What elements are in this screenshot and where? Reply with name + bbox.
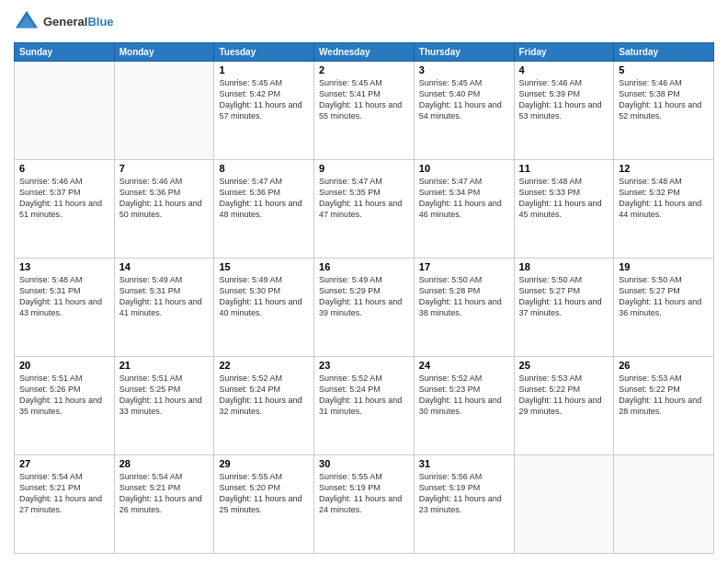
day-number: 14: [119, 261, 210, 272]
day-info: Sunrise: 5:51 AM: [19, 373, 109, 384]
day-info: Daylight: 11 hours and 37 minutes.: [519, 296, 609, 318]
day-header-tuesday: Tuesday: [214, 43, 314, 62]
calendar-cell: 31Sunrise: 5:56 AMSunset: 5:19 PMDayligh…: [414, 455, 514, 554]
day-info: Sunrise: 5:45 AM: [219, 77, 309, 88]
day-number: 1: [219, 64, 309, 75]
day-info: Daylight: 11 hours and 44 minutes.: [619, 198, 709, 220]
calendar-cell: 10Sunrise: 5:47 AMSunset: 5:34 PMDayligh…: [414, 160, 514, 259]
day-number: 18: [519, 261, 609, 272]
day-info: Daylight: 11 hours and 43 minutes.: [19, 296, 109, 318]
day-info: Sunset: 5:36 PM: [219, 187, 309, 198]
calendar-cell: 20Sunrise: 5:51 AMSunset: 5:26 PMDayligh…: [15, 357, 115, 455]
day-info: Daylight: 11 hours and 29 minutes.: [519, 395, 609, 417]
calendar-cell: 4Sunrise: 5:46 AMSunset: 5:39 PMDaylight…: [514, 62, 614, 160]
day-info: Sunrise: 5:49 AM: [119, 274, 210, 285]
calendar-cell: 8Sunrise: 5:47 AMSunset: 5:36 PMDaylight…: [214, 160, 314, 259]
day-info: Sunset: 5:26 PM: [19, 384, 109, 395]
day-info: Sunset: 5:42 PM: [219, 88, 309, 99]
day-number: 7: [119, 163, 210, 174]
day-info: Daylight: 11 hours and 26 minutes.: [119, 493, 210, 515]
calendar-week-2: 6Sunrise: 5:46 AMSunset: 5:37 PMDaylight…: [15, 160, 714, 259]
day-info: Daylight: 11 hours and 39 minutes.: [319, 296, 409, 318]
day-info: Sunset: 5:28 PM: [419, 285, 509, 296]
logo-icon: [14, 9, 40, 35]
calendar-cell: 17Sunrise: 5:50 AMSunset: 5:28 PMDayligh…: [414, 259, 514, 357]
calendar-cell: 19Sunrise: 5:50 AMSunset: 5:27 PMDayligh…: [614, 259, 714, 357]
day-info: Sunset: 5:24 PM: [319, 384, 409, 395]
calendar-cell: 23Sunrise: 5:52 AMSunset: 5:24 PMDayligh…: [314, 357, 415, 455]
day-info: Sunset: 5:35 PM: [319, 187, 409, 198]
day-number: 30: [319, 458, 409, 469]
calendar-cell: 29Sunrise: 5:55 AMSunset: 5:20 PMDayligh…: [214, 455, 314, 554]
day-info: Daylight: 11 hours and 53 minutes.: [519, 99, 609, 121]
day-number: 25: [519, 360, 609, 371]
day-number: 17: [419, 261, 509, 272]
day-number: 6: [19, 163, 109, 174]
day-info: Sunset: 5:19 PM: [419, 482, 509, 493]
calendar-header-row: SundayMondayTuesdayWednesdayThursdayFrid…: [15, 43, 714, 62]
day-number: 10: [419, 163, 509, 174]
day-number: 13: [19, 261, 109, 272]
day-info: Daylight: 11 hours and 57 minutes.: [219, 99, 309, 121]
day-info: Daylight: 11 hours and 23 minutes.: [419, 493, 509, 515]
calendar-cell: 1Sunrise: 5:45 AMSunset: 5:42 PMDaylight…: [214, 62, 314, 160]
day-number: 11: [519, 163, 609, 174]
calendar-cell: 24Sunrise: 5:52 AMSunset: 5:23 PMDayligh…: [414, 357, 514, 455]
day-number: 2: [319, 64, 409, 75]
day-info: Sunrise: 5:47 AM: [319, 176, 409, 187]
day-info: Sunrise: 5:45 AM: [319, 77, 409, 88]
day-info: Daylight: 11 hours and 41 minutes.: [119, 296, 210, 318]
day-info: Sunset: 5:36 PM: [119, 187, 210, 198]
day-number: 28: [119, 458, 210, 469]
calendar-cell: 21Sunrise: 5:51 AMSunset: 5:25 PMDayligh…: [114, 357, 214, 455]
day-info: Sunset: 5:20 PM: [219, 482, 309, 493]
day-number: 23: [319, 360, 409, 371]
day-info: Sunset: 5:27 PM: [619, 285, 709, 296]
day-info: Sunrise: 5:47 AM: [419, 176, 509, 187]
day-number: 19: [619, 261, 709, 272]
day-number: 29: [219, 458, 309, 469]
calendar-cell: [514, 455, 614, 554]
calendar-cell: [614, 455, 714, 554]
day-info: Sunrise: 5:45 AM: [419, 77, 509, 88]
calendar-cell: 11Sunrise: 5:48 AMSunset: 5:33 PMDayligh…: [514, 160, 614, 259]
day-info: Sunrise: 5:50 AM: [419, 274, 509, 285]
day-info: Daylight: 11 hours and 27 minutes.: [19, 493, 109, 515]
day-number: 8: [219, 163, 309, 174]
day-header-friday: Friday: [514, 43, 614, 62]
calendar-cell: 26Sunrise: 5:53 AMSunset: 5:22 PMDayligh…: [614, 357, 714, 455]
day-info: Sunset: 5:27 PM: [519, 285, 609, 296]
day-number: 3: [419, 64, 509, 75]
day-info: Sunrise: 5:48 AM: [519, 176, 609, 187]
day-info: Sunrise: 5:54 AM: [19, 471, 109, 482]
day-info: Daylight: 11 hours and 54 minutes.: [419, 99, 509, 121]
day-info: Daylight: 11 hours and 28 minutes.: [619, 395, 709, 417]
day-info: Daylight: 11 hours and 51 minutes.: [19, 198, 109, 220]
day-info: Daylight: 11 hours and 24 minutes.: [319, 493, 409, 515]
calendar-cell: 5Sunrise: 5:46 AMSunset: 5:38 PMDaylight…: [614, 62, 714, 160]
calendar-table: SundayMondayTuesdayWednesdayThursdayFrid…: [14, 42, 714, 554]
day-info: Daylight: 11 hours and 50 minutes.: [119, 198, 210, 220]
calendar-cell: 3Sunrise: 5:45 AMSunset: 5:40 PMDaylight…: [414, 62, 514, 160]
day-info: Sunrise: 5:56 AM: [419, 471, 509, 482]
day-info: Daylight: 11 hours and 31 minutes.: [319, 395, 409, 417]
calendar-week-1: 1Sunrise: 5:45 AMSunset: 5:42 PMDaylight…: [15, 62, 714, 160]
day-info: Sunrise: 5:55 AM: [319, 471, 409, 482]
calendar-cell: 13Sunrise: 5:48 AMSunset: 5:31 PMDayligh…: [15, 259, 115, 357]
day-info: Sunset: 5:33 PM: [519, 187, 609, 198]
day-number: 21: [119, 360, 210, 371]
calendar-cell: [15, 62, 115, 160]
day-info: Sunset: 5:31 PM: [119, 285, 210, 296]
day-info: Daylight: 11 hours and 45 minutes.: [519, 198, 609, 220]
day-info: Sunset: 5:37 PM: [19, 187, 109, 198]
day-info: Sunset: 5:22 PM: [519, 384, 609, 395]
day-info: Daylight: 11 hours and 30 minutes.: [419, 395, 509, 417]
day-info: Daylight: 11 hours and 38 minutes.: [419, 296, 509, 318]
calendar-cell: 22Sunrise: 5:52 AMSunset: 5:24 PMDayligh…: [214, 357, 314, 455]
calendar-cell: 2Sunrise: 5:45 AMSunset: 5:41 PMDaylight…: [314, 62, 415, 160]
calendar-week-5: 27Sunrise: 5:54 AMSunset: 5:21 PMDayligh…: [15, 455, 714, 554]
day-number: 24: [419, 360, 509, 371]
day-info: Sunrise: 5:55 AM: [219, 471, 309, 482]
day-info: Daylight: 11 hours and 46 minutes.: [419, 198, 509, 220]
day-info: Sunset: 5:39 PM: [519, 88, 609, 99]
